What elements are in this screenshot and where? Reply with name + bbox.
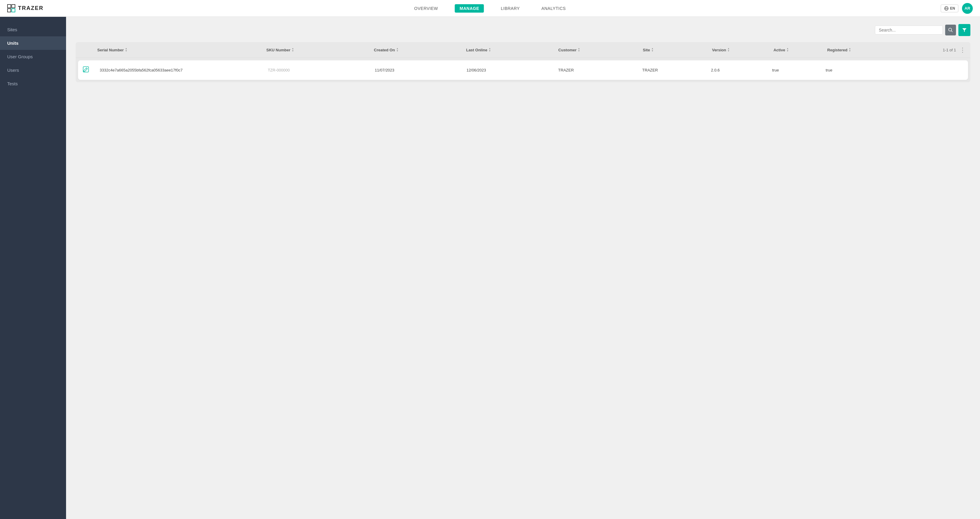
cell-registered: true [826, 68, 902, 72]
cell-version: 2.0.6 [711, 68, 772, 72]
cell-serial: 3332c4e7a665a2055bfa562fca05633aee17f0c7 [100, 68, 268, 72]
user-avatar[interactable]: AR [962, 3, 973, 14]
table-options-icon[interactable]: ⋮ [959, 46, 966, 54]
sidebar-item-sites[interactable]: Sites [0, 23, 66, 37]
sort-last-icon: ▲▼ [488, 48, 491, 52]
svg-line-8 [951, 31, 953, 32]
logo: TRAZER [7, 4, 43, 13]
col-header-active[interactable]: Active ▲▼ [773, 48, 827, 52]
header-right: EN AR [941, 3, 973, 14]
cell-last-online: 12/06/2023 [466, 68, 558, 72]
sort-serial-icon: ▲▼ [125, 48, 127, 52]
svg-rect-1 [12, 5, 15, 8]
globe-icon [944, 6, 949, 11]
nav-overview[interactable]: OVERVIEW [409, 4, 443, 13]
search-button[interactable] [945, 25, 956, 35]
content-toolbar [76, 24, 970, 36]
app-header: TRAZER OVERVIEW MANAGE LIBRARY ANALYTICS… [0, 0, 980, 17]
col-header-serial[interactable]: Serial Number ▲▼ [97, 48, 266, 52]
nav-analytics[interactable]: ANALYTICS [536, 4, 571, 13]
sort-customer-icon: ▲▼ [578, 48, 580, 52]
language-label: EN [950, 6, 955, 11]
col-header-last-online[interactable]: Last Online ▲▼ [466, 48, 558, 52]
filter-button[interactable] [958, 24, 970, 36]
units-table: Serial Number ▲▼ SKU Number ▲▼ Created O… [76, 42, 970, 82]
pagination-info: 1-1 of 1 ⋮ [904, 46, 966, 54]
cell-sku: TZR-000000 [268, 68, 375, 72]
row-edit-cell [83, 66, 100, 74]
sidebar-item-users[interactable]: Users [0, 64, 66, 77]
col-header-customer[interactable]: Customer ▲▼ [558, 48, 643, 52]
svg-rect-0 [8, 5, 11, 8]
table-header: Serial Number ▲▼ SKU Number ▲▼ Created O… [76, 42, 970, 58]
sidebar: Sites Units User Groups Users Tests [0, 17, 66, 519]
cell-created: 11/07/2023 [375, 68, 466, 72]
main-content: Serial Number ▲▼ SKU Number ▲▼ Created O… [66, 17, 980, 519]
sidebar-item-units[interactable]: Units [0, 37, 66, 50]
cell-active: true [772, 68, 826, 72]
main-nav: OVERVIEW MANAGE LIBRARY ANALYTICS [409, 4, 571, 13]
edit-icon[interactable] [83, 66, 89, 74]
sort-active-icon: ▲▼ [786, 48, 789, 52]
col-header-registered[interactable]: Registered ▲▼ [827, 48, 904, 52]
search-icon [948, 28, 953, 32]
svg-rect-2 [8, 9, 11, 12]
table-row: 3332c4e7a665a2055bfa562fca05633aee17f0c7… [78, 60, 968, 80]
col-header-version[interactable]: Version ▲▼ [712, 48, 773, 52]
sort-created-icon: ▲▼ [396, 48, 398, 52]
col-header-created[interactable]: Created On ▲▼ [374, 48, 466, 52]
col-header-site[interactable]: Site ▲▼ [643, 48, 712, 52]
sort-version-icon: ▲▼ [727, 48, 730, 52]
filter-icon [962, 27, 967, 33]
language-button[interactable]: EN [941, 5, 958, 12]
sort-registered-icon: ▲▼ [849, 48, 851, 52]
sidebar-item-tests[interactable]: Tests [0, 77, 66, 91]
sort-site-icon: ▲▼ [651, 48, 654, 52]
svg-rect-3 [12, 9, 15, 12]
col-header-sku[interactable]: SKU Number ▲▼ [266, 48, 374, 52]
search-input[interactable] [879, 28, 939, 32]
search-box [875, 25, 943, 35]
sort-sku-icon: ▲▼ [291, 48, 294, 52]
sidebar-item-user-groups[interactable]: User Groups [0, 50, 66, 64]
logo-icon [7, 4, 16, 13]
cell-site: TRAZER [642, 68, 711, 72]
nav-library[interactable]: LIBRARY [496, 4, 525, 13]
nav-manage[interactable]: MANAGE [455, 4, 484, 13]
logo-text: TRAZER [18, 5, 43, 11]
svg-marker-9 [962, 28, 966, 32]
main-layout: Sites Units User Groups Users Tests [0, 17, 980, 519]
cell-customer: TRAZER [558, 68, 642, 72]
